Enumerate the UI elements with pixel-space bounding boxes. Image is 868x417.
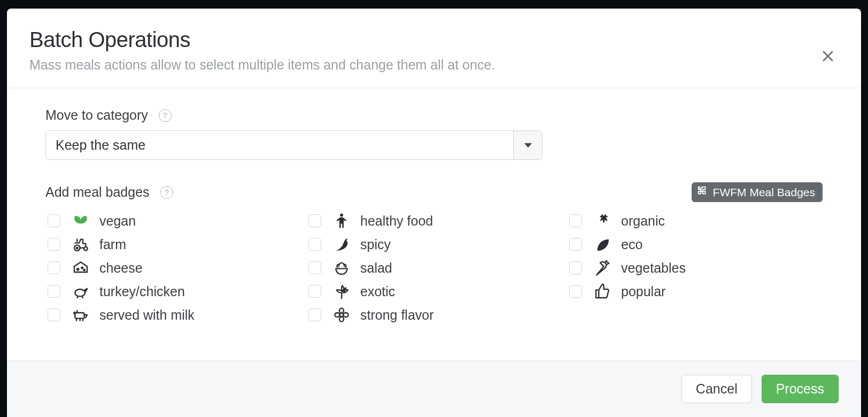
badge-popular[interactable]: popular: [567, 282, 823, 300]
badges-header-row: Add meal badges ? FWFM Meal Badges: [45, 182, 823, 202]
badge-vegan-label: vegan: [99, 213, 136, 229]
category-label: Move to category: [45, 107, 148, 123]
badge-spicy-checkbox[interactable]: [308, 238, 321, 251]
badge-farm[interactable]: farm: [45, 235, 301, 253]
badge-exotic-label: exotic: [360, 284, 395, 299]
category-dropdown-toggle[interactable]: [513, 131, 542, 159]
badge-spicy[interactable]: spicy: [306, 235, 562, 253]
badge-turkey-label: turkey/chicken: [99, 284, 185, 299]
close-icon: [819, 47, 837, 67]
badge-salad-checkbox[interactable]: [308, 261, 321, 274]
badge-spicy-label: spicy: [360, 237, 391, 252]
badge-milk-label: served with milk: [99, 307, 195, 323]
svg-point-11: [339, 316, 344, 321]
pill-label: FWFM Meal Badges: [713, 186, 815, 199]
svg-point-2: [76, 247, 78, 249]
badges-label: Add meal badges: [45, 184, 150, 200]
badge-flavor-label: strong flavor: [360, 307, 434, 323]
fwfm-badges-pill[interactable]: FWFM Meal Badges: [692, 182, 823, 202]
modal-footer: Cancel Process: [7, 360, 861, 417]
flower-icon: [332, 306, 351, 324]
help-icon[interactable]: ?: [160, 186, 173, 199]
herb-icon: [593, 212, 611, 230]
svg-rect-8: [75, 313, 84, 319]
badge-vegetables[interactable]: vegetables: [567, 259, 823, 277]
badge-farm-label: farm: [99, 237, 126, 252]
carrot-icon: [593, 259, 611, 277]
badge-healthy-checkbox[interactable]: [308, 214, 321, 227]
badge-vegetables-label: vegetables: [621, 260, 686, 276]
leaf-icon: [593, 235, 611, 253]
seedling-icon: [72, 212, 90, 230]
puzzle-icon: [697, 185, 709, 199]
svg-point-10: [339, 308, 344, 313]
badge-eco-label: eco: [621, 237, 642, 252]
svg-point-12: [335, 313, 339, 317]
svg-point-3: [84, 247, 88, 251]
badge-popular-checkbox[interactable]: [569, 285, 582, 298]
svg-point-1: [74, 245, 80, 251]
close-button[interactable]: [817, 46, 839, 67]
svg-point-4: [77, 268, 79, 270]
badge-turkey[interactable]: turkey/chicken: [45, 282, 301, 300]
svg-point-5: [81, 267, 83, 269]
modal-subtitle: Mass meals actions allow to select multi…: [29, 57, 839, 73]
badge-exotic[interactable]: exotic: [306, 282, 562, 300]
badge-popular-label: popular: [621, 284, 665, 299]
badges-label-group: Add meal badges ?: [45, 184, 173, 200]
badge-cheese[interactable]: cheese: [45, 259, 301, 277]
badge-flavor-checkbox[interactable]: [308, 308, 321, 321]
badge-eco[interactable]: eco: [567, 235, 823, 253]
process-button[interactable]: Process: [762, 375, 839, 403]
badge-exotic-checkbox[interactable]: [308, 285, 321, 298]
badge-organic-label: organic: [621, 213, 665, 229]
batch-operations-modal: Batch Operations Mass meals actions allo…: [7, 9, 861, 417]
svg-point-0: [340, 213, 343, 217]
svg-point-6: [83, 269, 84, 271]
pepper-icon: [332, 235, 351, 253]
cow-icon: [72, 306, 90, 324]
child-icon: [332, 212, 351, 230]
badges-grid: veganhealthy foodorganicfarmspicyecochee…: [45, 212, 823, 324]
salad-icon: [332, 259, 351, 277]
modal-title: Batch Operations: [29, 28, 839, 52]
caret-down-icon: [524, 141, 532, 150]
cheese-icon: [72, 259, 90, 277]
badge-salad[interactable]: salad: [306, 259, 562, 277]
category-select[interactable]: Keep the same: [45, 130, 542, 160]
badge-milk-checkbox[interactable]: [48, 308, 60, 321]
badge-eco-checkbox[interactable]: [569, 238, 582, 251]
badge-organic-checkbox[interactable]: [569, 214, 582, 227]
badge-vegan[interactable]: vegan: [45, 212, 301, 230]
badge-salad-label: salad: [360, 260, 392, 276]
badge-organic[interactable]: organic: [567, 212, 823, 230]
help-icon[interactable]: ?: [159, 109, 172, 122]
badge-farm-checkbox[interactable]: [48, 238, 60, 251]
svg-point-7: [75, 289, 85, 296]
category-label-row: Move to category ?: [45, 107, 823, 123]
badge-turkey-checkbox[interactable]: [48, 285, 60, 298]
badge-cheese-checkbox[interactable]: [48, 261, 60, 274]
svg-point-13: [343, 313, 348, 317]
badge-vegetables-checkbox[interactable]: [569, 261, 582, 274]
badge-flavor[interactable]: strong flavor: [306, 306, 562, 324]
badge-healthy[interactable]: healthy food: [306, 212, 562, 230]
badge-milk[interactable]: served with milk: [45, 306, 301, 324]
thumbs-up-icon: [593, 282, 611, 300]
modal-body: Move to category ? Keep the same Add mea…: [7, 88, 861, 360]
turkey-icon: [72, 282, 90, 300]
tractor-icon: [72, 235, 90, 253]
category-selected-value: Keep the same: [46, 131, 513, 159]
cancel-button[interactable]: Cancel: [681, 375, 752, 403]
badge-cheese-label: cheese: [99, 260, 143, 276]
badge-healthy-label: healthy food: [360, 213, 433, 229]
palm-icon: [332, 282, 351, 300]
badge-vegan-checkbox[interactable]: [48, 214, 60, 227]
modal-header: Batch Operations Mass meals actions allo…: [7, 9, 861, 88]
